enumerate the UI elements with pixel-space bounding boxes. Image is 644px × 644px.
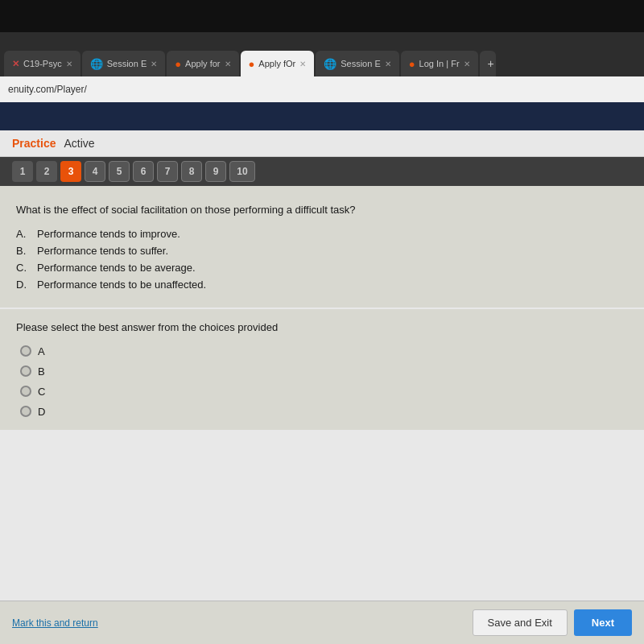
app-icon3: ● — [409, 58, 415, 70]
tab-new[interactable]: + — [480, 51, 496, 76]
tab-label: Apply fOr — [258, 59, 295, 68]
app-icon2: ● — [249, 58, 255, 70]
tab-label: Session E — [107, 59, 147, 68]
num-button-7[interactable]: 7 — [157, 161, 178, 182]
radio-label-c: C — [38, 386, 45, 398]
tab-session-e1[interactable]: 🌐 Session E ✕ — [82, 51, 166, 76]
question-area: What is the effect of social facilitatio… — [0, 186, 644, 308]
radio-option-b[interactable]: B — [20, 365, 628, 378]
app-icon: ● — [175, 58, 181, 70]
num-button-6[interactable]: 6 — [133, 161, 154, 182]
mark-return-link[interactable]: Mark this and return — [12, 617, 98, 629]
tab-session-e2[interactable]: 🌐 Session E ✕ — [316, 51, 399, 76]
tab-login[interactable]: ● Log In | Fr ✕ — [401, 51, 478, 76]
tab-apply-for2[interactable]: ● Apply fOr ✕ — [241, 51, 315, 76]
selection-area: Please select the best answer from the c… — [0, 309, 644, 430]
option-d-letter: D. — [16, 279, 31, 291]
globe-icon: 🌐 — [90, 58, 103, 70]
save-exit-button[interactable]: Save and Exit — [473, 609, 568, 636]
tab-close-icon[interactable]: ✕ — [464, 60, 470, 68]
num-button-4[interactable]: 4 — [85, 161, 105, 182]
tab-close-icon[interactable]: ✕ — [66, 60, 72, 68]
option-a-text: Performance tends to improve. — [37, 228, 180, 240]
radio-circle-c — [20, 386, 31, 397]
radio-option-c[interactable]: C — [20, 386, 628, 398]
footer-buttons: Save and Exit Next — [473, 609, 632, 636]
tab-bar: ✕ C19-Psyc ✕ 🌐 Session E ✕ ● Apply for ✕… — [4, 32, 496, 76]
tab-close-icon[interactable]: ✕ — [299, 60, 306, 68]
answer-option-c: C. Performance tends to be average. — [16, 262, 628, 274]
radio-label-a: A — [38, 345, 45, 357]
tab-label: C19-Psyc — [23, 59, 62, 68]
radio-circle-a — [20, 345, 31, 357]
tab-label: Apply for — [185, 59, 220, 68]
radio-option-d[interactable]: D — [20, 406, 628, 418]
tab-label: Log In | Fr — [419, 59, 460, 68]
num-button-8[interactable]: 8 — [181, 161, 202, 182]
screen-top — [0, 0, 644, 32]
question-text: What is the effect of social facilitatio… — [16, 202, 628, 218]
num-button-3[interactable]: 3 — [60, 161, 81, 182]
tab-close-icon[interactable]: ✕ — [225, 60, 231, 68]
number-buttons-bar: 1 2 3 4 5 6 7 8 9 10 — [0, 157, 644, 186]
select-prompt: Please select the best answer from the c… — [16, 321, 628, 333]
practice-bar: Practice Active — [0, 130, 644, 157]
option-b-letter: B. — [16, 245, 31, 257]
answer-option-b: B. Performance tends to suffer. — [16, 245, 628, 257]
next-button[interactable]: Next — [574, 609, 632, 636]
answer-option-d: D. Performance tends to be unaffected. — [16, 279, 628, 291]
option-b-text: Performance tends to suffer. — [37, 245, 168, 257]
option-d-text: Performance tends to be unaffected. — [37, 279, 206, 291]
tab-close-icon[interactable]: ✕ — [385, 60, 391, 68]
radio-option-a[interactable]: A — [20, 345, 628, 357]
active-label: Active — [64, 137, 94, 150]
answer-option-a: A. Performance tends to improve. — [16, 228, 628, 240]
tab-label: Session E — [341, 59, 381, 68]
content-area: Practice Active 1 2 3 4 5 6 7 8 9 10 Wha… — [0, 130, 644, 644]
tab-c19psyc[interactable]: ✕ C19-Psyc ✕ — [4, 51, 80, 76]
num-button-9[interactable]: 9 — [205, 161, 226, 182]
tab-apply-for1[interactable]: ● Apply for ✕ — [167, 51, 238, 76]
radio-options: A B C D — [16, 345, 628, 418]
practice-label: Practice — [12, 137, 56, 150]
app-header — [0, 102, 644, 130]
option-a-letter: A. — [16, 228, 31, 240]
num-button-2[interactable]: 2 — [36, 161, 57, 182]
browser-chrome: ✕ C19-Psyc ✕ 🌐 Session E ✕ ● Apply for ✕… — [0, 32, 644, 76]
num-button-1[interactable]: 1 — [12, 161, 33, 182]
radio-label-b: B — [38, 365, 45, 378]
option-c-text: Performance tends to be average. — [37, 262, 196, 274]
url-text: enuity.com/Player/ — [8, 84, 87, 95]
footer: Mark this and return Save and Exit Next — [0, 601, 644, 644]
num-button-10[interactable]: 10 — [229, 161, 255, 182]
address-bar[interactable]: enuity.com/Player/ — [0, 76, 644, 102]
spacer — [0, 430, 644, 494]
tab-error-icon: ✕ — [12, 59, 19, 69]
radio-circle-b — [20, 365, 31, 377]
radio-circle-d — [20, 406, 31, 417]
radio-label-d: D — [38, 406, 45, 418]
globe-icon2: 🌐 — [324, 58, 336, 70]
num-button-5[interactable]: 5 — [109, 161, 130, 182]
tab-close-icon[interactable]: ✕ — [151, 60, 157, 68]
option-c-letter: C. — [16, 262, 31, 274]
